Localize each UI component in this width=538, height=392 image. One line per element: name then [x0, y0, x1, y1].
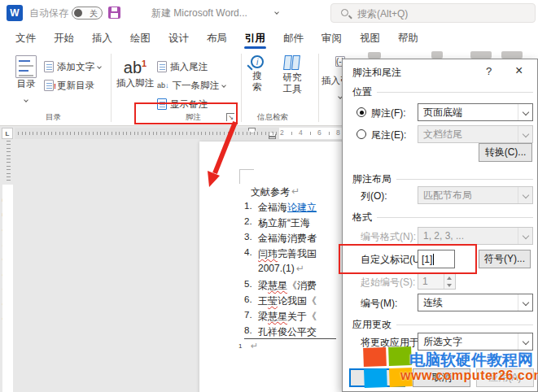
- symbol-button[interactable]: 符号(Y)...: [479, 250, 531, 268]
- ruler-tick: [78, 132, 79, 135]
- group-divider: [241, 54, 242, 122]
- add-text-button[interactable]: 添加文字: [44, 59, 101, 75]
- numbering-select[interactable]: 连续: [418, 294, 533, 311]
- chevron-down-icon: [221, 83, 226, 88]
- footnote-radio[interactable]: [356, 107, 366, 117]
- ruler-tick: [22, 132, 23, 135]
- pilcrow-mark: ↵: [291, 185, 300, 201]
- ruler-tick: [100, 132, 101, 135]
- left-indent-marker[interactable]: [269, 137, 276, 139]
- ruler-tick: [198, 132, 199, 135]
- custom-mark-label: 自定义标记(U):: [361, 253, 426, 267]
- insert-endnote-icon: [157, 61, 167, 72]
- research-search-button[interactable]: i 搜索: [244, 54, 270, 117]
- tab-帮助[interactable]: 帮助: [389, 26, 427, 50]
- group-divider: [111, 54, 112, 122]
- show-notes-icon: [157, 98, 167, 110]
- ruler-number: 2: [280, 128, 284, 137]
- ruler-tick: [41, 132, 42, 135]
- tab-绘图[interactable]: 绘图: [121, 26, 160, 50]
- ruler-tick: [44, 132, 45, 135]
- ruler-tick: [224, 132, 225, 135]
- ruler-tick: [172, 132, 173, 135]
- document-line: 2007.(1)↵: [244, 263, 341, 278]
- document-text[interactable]: 文献参考↵1.金福海论建立2.杨立新“王海3.金福海消费者4.闫玮完善我国200…: [244, 185, 341, 341]
- ruler-tick: [209, 132, 210, 135]
- apply-to-select[interactable]: 所选文字: [418, 333, 533, 351]
- ruler-tick: [164, 132, 164, 135]
- search-input[interactable]: 搜索(Alt+Q): [330, 3, 536, 23]
- help-button[interactable]: ?: [486, 65, 492, 77]
- word-window: W 自动保存 关 新建 Microsoft Word... 搜索(Alt+Q) …: [0, 0, 538, 392]
- ruler-tick: [265, 132, 266, 135]
- ruler-tick: [190, 132, 191, 135]
- convert-button[interactable]: 转换(C)...: [479, 143, 532, 162]
- endnote-radio[interactable]: [356, 129, 366, 139]
- footnote-dialog-launcher-icon[interactable]: ↘: [226, 113, 234, 121]
- insert-footnote-button[interactable]: ab1 插入脚注: [115, 54, 155, 111]
- ruler-tick: [37, 132, 37, 135]
- ruler-tick: [254, 132, 255, 135]
- footnote-group-label: 脚注: [186, 112, 201, 123]
- tab-视图[interactable]: 视图: [351, 26, 389, 50]
- save-icon[interactable]: [108, 7, 120, 19]
- tab-审阅[interactable]: 审阅: [313, 26, 351, 50]
- next-footnote-button[interactable]: ab↓ 下一条脚注: [157, 77, 225, 94]
- endnote-radio-label[interactable]: 尾注(E):: [371, 128, 406, 142]
- ruler-tick: [63, 132, 63, 135]
- ruler-tick: [119, 132, 120, 135]
- section-format: 格式: [352, 211, 372, 224]
- ruler-tick: [107, 132, 108, 135]
- ribbon-partial-icon: [431, 51, 443, 59]
- endnote-location-select: 文档结尾: [418, 125, 533, 143]
- ruler-tick: [145, 132, 146, 135]
- numbering-label: 编号(M):: [361, 297, 397, 311]
- tab-row: 文件开始插入绘图设计布局引用邮件审阅视图帮助: [0, 26, 538, 50]
- word-logo-icon[interactable]: W: [7, 5, 23, 21]
- hyperlink-text[interactable]: 论建立: [287, 201, 317, 216]
- footnote-location-select[interactable]: 页面底端: [418, 103, 533, 121]
- ruler-tick: [238, 132, 239, 135]
- custom-mark-input[interactable]: [1]: [418, 250, 455, 268]
- pilcrow-mark: ↵: [296, 263, 304, 278]
- ruler-tick: [138, 132, 138, 135]
- footnote-radio-label[interactable]: 脚注(F):: [371, 107, 406, 120]
- ruler-tick: [89, 132, 90, 135]
- tab-开始[interactable]: 开始: [45, 26, 83, 50]
- toc-button[interactable]: 目录: [10, 54, 42, 111]
- chevron-down-icon[interactable]: [274, 10, 279, 15]
- smart-lookup-icon: i: [251, 55, 264, 68]
- ruler-tick: [123, 132, 124, 135]
- update-toc-button[interactable]: ! 更新目录: [44, 77, 94, 94]
- number-format-label: 编号格式(N):: [361, 230, 416, 244]
- ruler-number: 4: [299, 128, 303, 137]
- research-tools-button[interactable]: 研究工具: [273, 54, 311, 117]
- autosave-label: 自动保存: [29, 0, 68, 26]
- ribbon-partial-icon: [501, 51, 523, 59]
- insert-footnote-icon: ab1: [115, 54, 155, 77]
- ruler-tick: [220, 132, 221, 135]
- ribbon-partial-icon: [368, 52, 381, 59]
- section-location: 位置: [352, 85, 372, 99]
- tab-引用[interactable]: 引用: [236, 26, 274, 50]
- tab-插入[interactable]: 插入: [83, 26, 121, 50]
- close-icon[interactable]: ×: [515, 63, 523, 78]
- search-icon: [341, 9, 348, 16]
- ruler-tick: [250, 132, 251, 135]
- show-notes-button[interactable]: 显示备注: [157, 96, 208, 112]
- tab-设计[interactable]: 设计: [160, 26, 198, 50]
- ruler-tick: [160, 132, 161, 135]
- tab-布局[interactable]: 布局: [198, 26, 236, 50]
- insert-endnote-button[interactable]: 插入尾注: [157, 59, 208, 75]
- ruler-tick: [130, 132, 131, 135]
- ruler-tick: [243, 132, 243, 135]
- document-title[interactable]: 新建 Microsoft Word...: [151, 0, 247, 26]
- autosave-toggle[interactable]: 关: [72, 7, 103, 20]
- document-line: 3.金福海消费者: [244, 232, 341, 247]
- group-divider: [318, 54, 319, 122]
- tab-文件[interactable]: 文件: [7, 26, 45, 50]
- tab-邮件[interactable]: 邮件: [274, 26, 313, 50]
- search-placeholder: 搜索(Alt+Q): [357, 7, 408, 21]
- add-text-icon: [44, 61, 54, 72]
- footnote-endnote-dialog: 脚注和尾注 ? × 位置 脚注(F): 页面底端 尾注(E): 文档结尾 转换(…: [342, 59, 538, 392]
